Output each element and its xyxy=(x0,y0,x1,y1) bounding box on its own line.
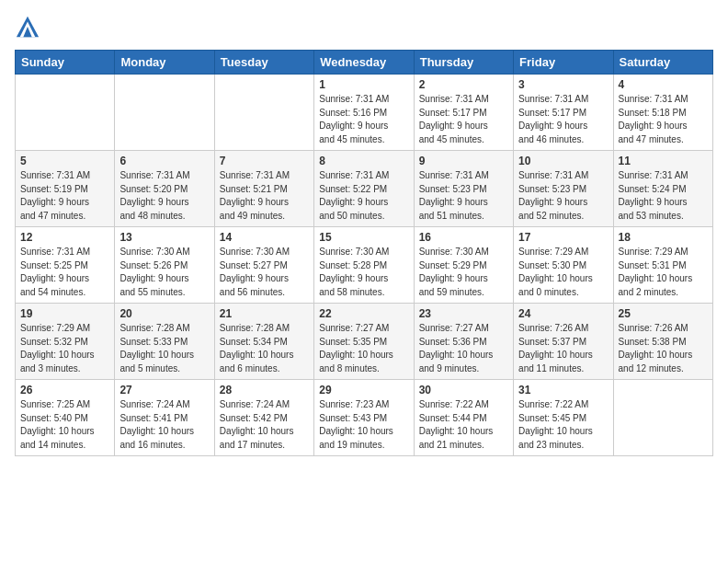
day-info: Sunrise: 7:31 AM Sunset: 5:23 PM Dayligh… xyxy=(518,169,608,223)
calendar-header-saturday: Saturday xyxy=(613,51,712,75)
calendar-cell: 16Sunrise: 7:30 AM Sunset: 5:29 PM Dayli… xyxy=(414,227,513,304)
day-info: Sunrise: 7:31 AM Sunset: 5:25 PM Dayligh… xyxy=(20,246,109,299)
calendar-cell xyxy=(613,380,712,456)
day-info: Sunrise: 7:31 AM Sunset: 5:17 PM Dayligh… xyxy=(518,93,608,146)
calendar-cell: 30Sunrise: 7:22 AM Sunset: 5:44 PM Dayli… xyxy=(414,380,513,456)
day-info: Sunrise: 7:31 AM Sunset: 5:23 PM Dayligh… xyxy=(419,169,508,223)
day-number: 27 xyxy=(119,384,209,396)
day-info: Sunrise: 7:31 AM Sunset: 5:22 PM Dayligh… xyxy=(319,169,408,223)
calendar-table: SundayMondayTuesdayWednesdayThursdayFrid… xyxy=(15,50,713,456)
calendar-cell xyxy=(16,75,115,151)
day-info: Sunrise: 7:22 AM Sunset: 5:45 PM Dayligh… xyxy=(518,398,608,452)
day-number: 18 xyxy=(619,231,708,244)
day-number: 6 xyxy=(119,155,209,167)
day-info: Sunrise: 7:30 AM Sunset: 5:27 PM Dayligh… xyxy=(220,246,309,299)
day-number: 4 xyxy=(619,78,708,91)
calendar-week-row: 12Sunrise: 7:31 AM Sunset: 5:25 PM Dayli… xyxy=(16,227,713,304)
calendar-cell: 31Sunrise: 7:22 AM Sunset: 5:45 PM Dayli… xyxy=(514,380,613,456)
day-info: Sunrise: 7:29 AM Sunset: 5:32 PM Dayligh… xyxy=(20,322,109,375)
calendar-header-thursday: Thursday xyxy=(414,51,513,75)
calendar-week-row: 1Sunrise: 7:31 AM Sunset: 5:16 PM Daylig… xyxy=(16,75,713,151)
logo xyxy=(15,15,44,40)
day-number: 21 xyxy=(220,307,309,320)
calendar-cell xyxy=(214,75,313,151)
day-number: 23 xyxy=(419,307,508,320)
day-info: Sunrise: 7:27 AM Sunset: 5:35 PM Dayligh… xyxy=(319,322,408,375)
day-info: Sunrise: 7:24 AM Sunset: 5:42 PM Dayligh… xyxy=(220,398,309,452)
calendar-cell: 29Sunrise: 7:23 AM Sunset: 5:43 PM Dayli… xyxy=(314,380,414,456)
day-number: 17 xyxy=(518,231,608,244)
day-info: Sunrise: 7:30 AM Sunset: 5:29 PM Dayligh… xyxy=(419,246,508,299)
day-info: Sunrise: 7:30 AM Sunset: 5:26 PM Dayligh… xyxy=(119,246,209,299)
calendar-header-wednesday: Wednesday xyxy=(314,51,414,75)
calendar-cell: 3Sunrise: 7:31 AM Sunset: 5:17 PM Daylig… xyxy=(514,75,613,151)
calendar-cell: 19Sunrise: 7:29 AM Sunset: 5:32 PM Dayli… xyxy=(16,304,115,380)
calendar-cell: 20Sunrise: 7:28 AM Sunset: 5:33 PM Dayli… xyxy=(115,304,214,380)
day-info: Sunrise: 7:22 AM Sunset: 5:44 PM Dayligh… xyxy=(419,398,508,452)
day-info: Sunrise: 7:24 AM Sunset: 5:41 PM Dayligh… xyxy=(119,398,209,452)
calendar-cell: 15Sunrise: 7:30 AM Sunset: 5:28 PM Dayli… xyxy=(314,227,414,304)
day-number: 8 xyxy=(319,155,408,167)
calendar-cell: 13Sunrise: 7:30 AM Sunset: 5:26 PM Dayli… xyxy=(115,227,214,304)
calendar-cell: 10Sunrise: 7:31 AM Sunset: 5:23 PM Dayli… xyxy=(514,151,613,227)
calendar-cell: 5Sunrise: 7:31 AM Sunset: 5:19 PM Daylig… xyxy=(16,151,115,227)
day-info: Sunrise: 7:31 AM Sunset: 5:20 PM Dayligh… xyxy=(119,169,209,223)
calendar-week-row: 19Sunrise: 7:29 AM Sunset: 5:32 PM Dayli… xyxy=(16,304,713,380)
calendar-header-tuesday: Tuesday xyxy=(214,51,313,75)
page: SundayMondayTuesdayWednesdayThursdayFrid… xyxy=(0,0,728,465)
calendar-cell: 7Sunrise: 7:31 AM Sunset: 5:21 PM Daylig… xyxy=(214,151,313,227)
day-info: Sunrise: 7:31 AM Sunset: 5:21 PM Dayligh… xyxy=(220,169,309,223)
day-info: Sunrise: 7:31 AM Sunset: 5:17 PM Dayligh… xyxy=(419,93,508,146)
day-number: 5 xyxy=(20,155,109,167)
day-info: Sunrise: 7:27 AM Sunset: 5:36 PM Dayligh… xyxy=(419,322,508,375)
calendar-cell: 18Sunrise: 7:29 AM Sunset: 5:31 PM Dayli… xyxy=(613,227,712,304)
calendar-cell: 23Sunrise: 7:27 AM Sunset: 5:36 PM Dayli… xyxy=(414,304,513,380)
day-number: 30 xyxy=(419,384,508,396)
day-number: 11 xyxy=(619,155,708,167)
day-number: 28 xyxy=(220,384,309,396)
calendar-header-monday: Monday xyxy=(115,51,214,75)
calendar-cell: 21Sunrise: 7:28 AM Sunset: 5:34 PM Dayli… xyxy=(214,304,313,380)
day-number: 2 xyxy=(419,78,508,91)
calendar-cell: 2Sunrise: 7:31 AM Sunset: 5:17 PM Daylig… xyxy=(414,75,513,151)
day-info: Sunrise: 7:25 AM Sunset: 5:40 PM Dayligh… xyxy=(20,398,109,452)
day-number: 16 xyxy=(419,231,508,244)
day-number: 24 xyxy=(518,307,608,320)
calendar-week-row: 26Sunrise: 7:25 AM Sunset: 5:40 PM Dayli… xyxy=(16,380,713,456)
header xyxy=(15,15,713,40)
day-number: 10 xyxy=(518,155,608,167)
calendar-cell: 14Sunrise: 7:30 AM Sunset: 5:27 PM Dayli… xyxy=(214,227,313,304)
day-number: 12 xyxy=(20,231,109,244)
day-number: 20 xyxy=(119,307,209,320)
calendar-week-row: 5Sunrise: 7:31 AM Sunset: 5:19 PM Daylig… xyxy=(16,151,713,227)
day-number: 13 xyxy=(119,231,209,244)
day-info: Sunrise: 7:31 AM Sunset: 5:18 PM Dayligh… xyxy=(619,93,708,146)
calendar-cell: 28Sunrise: 7:24 AM Sunset: 5:42 PM Dayli… xyxy=(214,380,313,456)
calendar-cell: 1Sunrise: 7:31 AM Sunset: 5:16 PM Daylig… xyxy=(314,75,414,151)
day-info: Sunrise: 7:31 AM Sunset: 5:19 PM Dayligh… xyxy=(20,169,109,223)
calendar-header-sunday: Sunday xyxy=(16,51,115,75)
day-info: Sunrise: 7:26 AM Sunset: 5:37 PM Dayligh… xyxy=(518,322,608,375)
day-info: Sunrise: 7:31 AM Sunset: 5:24 PM Dayligh… xyxy=(619,169,708,223)
day-info: Sunrise: 7:29 AM Sunset: 5:30 PM Dayligh… xyxy=(518,246,608,299)
day-number: 22 xyxy=(319,307,408,320)
day-number: 25 xyxy=(619,307,708,320)
day-number: 26 xyxy=(20,384,109,396)
calendar-cell: 25Sunrise: 7:26 AM Sunset: 5:38 PM Dayli… xyxy=(613,304,712,380)
day-number: 1 xyxy=(319,78,408,91)
calendar-cell: 11Sunrise: 7:31 AM Sunset: 5:24 PM Dayli… xyxy=(613,151,712,227)
day-number: 14 xyxy=(220,231,309,244)
day-info: Sunrise: 7:28 AM Sunset: 5:33 PM Dayligh… xyxy=(119,322,209,375)
day-info: Sunrise: 7:23 AM Sunset: 5:43 PM Dayligh… xyxy=(319,398,408,452)
day-number: 15 xyxy=(319,231,408,244)
day-number: 29 xyxy=(319,384,408,396)
calendar-cell: 8Sunrise: 7:31 AM Sunset: 5:22 PM Daylig… xyxy=(314,151,414,227)
calendar-cell: 4Sunrise: 7:31 AM Sunset: 5:18 PM Daylig… xyxy=(613,75,712,151)
day-number: 3 xyxy=(518,78,608,91)
day-info: Sunrise: 7:31 AM Sunset: 5:16 PM Dayligh… xyxy=(319,93,408,146)
calendar-header-row: SundayMondayTuesdayWednesdayThursdayFrid… xyxy=(16,51,713,75)
calendar-cell: 27Sunrise: 7:24 AM Sunset: 5:41 PM Dayli… xyxy=(115,380,214,456)
calendar-cell xyxy=(115,75,214,151)
day-info: Sunrise: 7:28 AM Sunset: 5:34 PM Dayligh… xyxy=(220,322,309,375)
calendar-header-friday: Friday xyxy=(514,51,613,75)
